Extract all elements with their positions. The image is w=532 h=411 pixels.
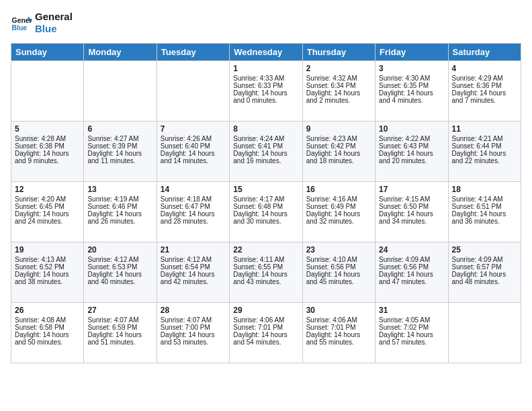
cell-info-line: Sunrise: 4:12 AM: [87, 256, 152, 263]
cell-info-line: Daylight: 14 hours: [452, 89, 517, 97]
cell-info-line: Daylight: 14 hours: [306, 210, 371, 218]
cell-info-line: Sunrise: 4:15 AM: [379, 195, 444, 203]
cell-info-line: Sunset: 6:46 PM: [87, 203, 152, 210]
day-number: 3: [379, 64, 444, 73]
cell-info-line: Sunrise: 4:12 AM: [161, 256, 226, 263]
cell-info-line: Sunset: 6:47 PM: [161, 203, 226, 210]
logo-blue: Blue: [35, 23, 73, 35]
day-number: 10: [379, 124, 444, 134]
cell-info-line: Sunrise: 4:28 AM: [15, 135, 80, 142]
cell-info-line: Daylight: 14 hours: [161, 210, 226, 218]
cell-info-line: Sunrise: 4:16 AM: [306, 195, 371, 203]
cell-info-line: and 0 minutes.: [233, 97, 298, 104]
calendar-table: SundayMondayTuesdayWednesdayThursdayFrid…: [11, 43, 521, 363]
day-number: 7: [161, 124, 226, 134]
cell-info-line: and 9 minutes.: [15, 157, 80, 165]
cell-info-line: Sunset: 6:45 PM: [15, 203, 80, 210]
cell-info-line: Sunset: 6:42 PM: [306, 142, 371, 150]
day-number: 1: [233, 64, 298, 73]
weekday-header-friday: Friday: [375, 44, 448, 61]
page-header: General Blue General Blue: [11, 11, 521, 35]
cell-info-line: Daylight: 14 hours: [161, 331, 226, 338]
cell-info-line: Sunset: 6:56 PM: [306, 263, 371, 271]
cell-info-line: Sunrise: 4:14 AM: [452, 195, 517, 203]
cell-info-line: and 30 minutes.: [233, 218, 298, 225]
cell-info-line: and 4 minutes.: [379, 97, 444, 104]
cell-info-line: Daylight: 14 hours: [87, 210, 152, 218]
calendar-cell: 4Sunrise: 4:29 AMSunset: 6:36 PMDaylight…: [448, 61, 521, 122]
cell-info-line: and 57 minutes.: [379, 338, 444, 346]
cell-info-line: Daylight: 14 hours: [452, 210, 517, 218]
calendar-cell: 2Sunrise: 4:32 AMSunset: 6:34 PMDaylight…: [302, 61, 375, 122]
cell-info-line: Daylight: 14 hours: [452, 271, 517, 278]
day-number: 13: [87, 185, 152, 194]
cell-info-line: Sunrise: 4:27 AM: [87, 135, 152, 142]
cell-info-line: Sunset: 6:51 PM: [452, 203, 517, 210]
day-number: 30: [306, 306, 371, 315]
calendar-cell: 25Sunrise: 4:09 AMSunset: 6:57 PMDayligh…: [448, 242, 521, 303]
cell-info-line: Sunset: 6:54 PM: [161, 263, 226, 271]
calendar-cell: [11, 61, 84, 122]
cell-info-line: and 11 minutes.: [87, 157, 152, 165]
day-number: 9: [306, 124, 371, 134]
cell-info-line: Sunset: 6:49 PM: [306, 203, 371, 210]
cell-info-line: Daylight: 14 hours: [452, 150, 517, 157]
day-number: 26: [15, 306, 80, 315]
cell-info-line: Sunrise: 4:24 AM: [233, 135, 298, 142]
cell-info-line: Sunrise: 4:17 AM: [233, 195, 298, 203]
day-number: 5: [15, 124, 80, 134]
logo-general: General: [35, 11, 73, 23]
day-number: 16: [306, 185, 371, 194]
calendar-cell: 28Sunrise: 4:07 AMSunset: 7:00 PMDayligh…: [157, 303, 229, 363]
day-number: 29: [233, 306, 298, 315]
calendar-week-3: 12Sunrise: 4:20 AMSunset: 6:45 PMDayligh…: [11, 182, 521, 242]
cell-info-line: Sunset: 6:33 PM: [233, 82, 298, 89]
weekday-header-row: SundayMondayTuesdayWednesdayThursdayFrid…: [11, 44, 521, 61]
calendar-cell: 7Sunrise: 4:26 AMSunset: 6:40 PMDaylight…: [157, 122, 229, 182]
cell-info-line: Sunset: 7:01 PM: [306, 324, 371, 331]
calendar-cell: 31Sunrise: 4:05 AMSunset: 7:02 PMDayligh…: [375, 303, 448, 363]
weekday-header-tuesday: Tuesday: [157, 44, 229, 61]
cell-info-line: and 51 minutes.: [87, 338, 152, 346]
cell-info-line: Sunset: 6:55 PM: [233, 263, 298, 271]
day-number: 14: [161, 185, 226, 194]
cell-info-line: Sunset: 6:39 PM: [87, 142, 152, 150]
day-number: 12: [15, 185, 80, 194]
cell-info-line: and 14 minutes.: [161, 157, 226, 165]
cell-info-line: Sunset: 6:43 PM: [379, 142, 444, 150]
cell-info-line: and 40 minutes.: [87, 278, 152, 285]
cell-info-line: Sunrise: 4:19 AM: [87, 195, 152, 203]
weekday-header-sunday: Sunday: [11, 44, 84, 61]
logo-icon: General Blue: [11, 12, 32, 34]
cell-info-line: Sunrise: 4:08 AM: [15, 316, 80, 324]
cell-info-line: and 26 minutes.: [87, 218, 152, 225]
cell-info-line: and 34 minutes.: [379, 218, 444, 225]
calendar-cell: 24Sunrise: 4:09 AMSunset: 6:56 PMDayligh…: [375, 242, 448, 303]
cell-info-line: and 16 minutes.: [233, 157, 298, 165]
day-number: 20: [87, 245, 152, 255]
cell-info-line: Sunrise: 4:07 AM: [161, 316, 226, 324]
day-number: 19: [15, 245, 80, 255]
calendar-week-1: 1Sunrise: 4:33 AMSunset: 6:33 PMDaylight…: [11, 61, 521, 122]
cell-info-line: Sunrise: 4:22 AM: [379, 135, 444, 142]
calendar-cell: 20Sunrise: 4:12 AMSunset: 6:53 PMDayligh…: [84, 242, 157, 303]
cell-info-line: Sunrise: 4:18 AM: [161, 195, 226, 203]
calendar-cell: 8Sunrise: 4:24 AMSunset: 6:41 PMDaylight…: [230, 122, 302, 182]
cell-info-line: Sunset: 6:40 PM: [161, 142, 226, 150]
cell-info-line: Daylight: 14 hours: [379, 271, 444, 278]
cell-info-line: Sunrise: 4:32 AM: [306, 75, 371, 82]
cell-info-line: Daylight: 14 hours: [379, 150, 444, 157]
calendar-cell: 16Sunrise: 4:16 AMSunset: 6:49 PMDayligh…: [302, 182, 375, 242]
cell-info-line: Sunrise: 4:07 AM: [87, 316, 152, 324]
cell-info-line: Sunset: 6:38 PM: [15, 142, 80, 150]
cell-info-line: and 54 minutes.: [233, 338, 298, 346]
cell-info-line: Sunset: 6:58 PM: [15, 324, 80, 331]
day-number: 18: [452, 185, 517, 194]
cell-info-line: Daylight: 14 hours: [306, 271, 371, 278]
calendar-cell: 23Sunrise: 4:10 AMSunset: 6:56 PMDayligh…: [302, 242, 375, 303]
cell-info-line: Daylight: 14 hours: [233, 271, 298, 278]
cell-info-line: Sunrise: 4:10 AM: [306, 256, 371, 263]
day-number: 27: [87, 306, 152, 315]
weekday-header-thursday: Thursday: [302, 44, 375, 61]
cell-info-line: Sunset: 6:41 PM: [233, 142, 298, 150]
